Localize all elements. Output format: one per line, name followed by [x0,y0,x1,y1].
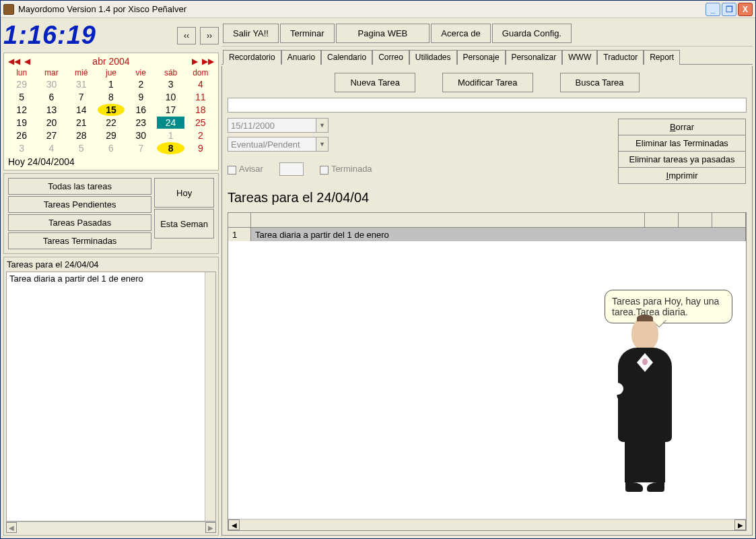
minimize-button[interactable]: _ [706,3,720,16]
btn-esta-semana[interactable]: Esta Seman [154,209,214,239]
cal-day[interactable]: 5 [68,142,95,154]
close-button[interactable]: X [738,3,753,16]
cal-day[interactable]: 11 [187,91,214,103]
cal-day[interactable]: 3 [8,142,35,154]
tab-calendario[interactable]: Calendario [321,50,372,65]
cal-day[interactable]: 7 [127,142,154,154]
cal-day[interactable]: 27 [38,129,65,141]
cal-day[interactable]: 21 [68,117,95,129]
cal-prev-year-icon[interactable]: ◀◀ [8,57,20,66]
cal-day[interactable]: 19 [8,117,35,129]
cal-day[interactable]: 4 [38,142,65,154]
btn-tareas-pendientes[interactable]: Tareas Pendientes [8,196,151,213]
tab-personaje[interactable]: Personaje [457,50,506,65]
task-description-input[interactable] [228,98,747,113]
cal-day[interactable]: 15 [98,104,125,116]
cal-day[interactable]: 12 [8,104,35,116]
cal-next-month-icon[interactable]: ▶ [192,57,198,66]
cal-day[interactable]: 9 [127,91,154,103]
cal-day[interactable]: 10 [157,91,184,103]
tab-recordatorio[interactable]: Recordatorio [223,50,281,65]
cal-day[interactable]: 29 [8,78,35,90]
btn-guarda-config[interactable]: Guarda Config. [492,24,572,43]
nav-prev-button[interactable]: ‹‹ [177,27,196,44]
cal-day[interactable]: 25 [187,117,214,129]
scroll-right-icon[interactable]: ▶ [734,519,746,530]
cal-day[interactable]: 1 [98,78,125,90]
cal-day[interactable]: 26 [8,129,35,141]
avisar-time-input[interactable] [279,162,304,176]
btn-eliminar-pasadas[interactable]: Eliminar tareas ya pasadas [618,152,746,168]
btn-salir[interactable]: Salir YA!! [223,24,279,43]
btn-todas-tareas[interactable]: Todas las tareas [8,178,151,195]
cal-day[interactable]: 8 [98,91,125,103]
cal-day[interactable]: 2 [187,129,214,141]
cal-day[interactable]: 1 [157,129,184,141]
cal-day[interactable]: 16 [127,104,154,116]
horizontal-scrollbar[interactable]: ◀ ▶ [6,521,216,533]
tab-correo[interactable]: Correo [372,50,409,65]
left-task-list-body[interactable]: Tarea diaria a partir del 1 de enero [6,272,216,521]
tabs-bar: RecordatorioAnuarioCalendarioCorreoUtili… [221,48,753,65]
cal-day[interactable]: 6 [98,142,125,154]
btn-pagina-web[interactable]: Pagina WEB [336,24,430,43]
tab-traductor[interactable]: Traductor [597,50,644,65]
checkbox-terminada[interactable]: Terminada [320,164,372,174]
cal-day[interactable]: 31 [68,78,95,90]
scroll-left-icon[interactable]: ◀ [6,522,17,533]
cal-day[interactable]: 18 [187,104,214,116]
vertical-scrollbar[interactable] [205,272,215,521]
cal-day[interactable]: 2 [127,78,154,90]
tab-utilidades[interactable]: Utilidades [409,50,457,65]
cal-day[interactable]: 13 [38,104,65,116]
checkbox-avisar[interactable]: Avisar [228,164,263,174]
cal-day[interactable]: 29 [98,129,125,141]
cal-day[interactable]: 7 [68,91,95,103]
cal-day[interactable]: 20 [38,117,65,129]
cal-day[interactable]: 3 [157,78,184,90]
tab-www[interactable]: WWW [562,50,597,65]
combo-type[interactable]: Eventual/Pendent ▼ [228,137,329,152]
btn-modificar-tarea[interactable]: Modificar Tarea [442,73,533,92]
cal-day[interactable]: 4 [187,78,214,90]
maximize-button[interactable]: ❐ [722,3,736,16]
btn-acerca-de[interactable]: Acerca de [431,24,491,43]
cal-day[interactable]: 17 [157,104,184,116]
btn-eliminar-terminadas[interactable]: Eliminar las Terminadas [618,135,746,152]
butler-character[interactable] [611,317,679,492]
cal-day[interactable]: 24 [157,117,184,129]
cal-day[interactable]: 14 [68,104,95,116]
btn-nueva-tarea[interactable]: Nueva Tarea [335,73,415,92]
combo-date[interactable]: 15/11/2000 ▼ [228,118,329,133]
cal-today-label: Hoy 24/04/2004 [8,156,214,167]
cal-day[interactable]: 30 [127,129,154,141]
tab-personalizar[interactable]: Personalizar [506,50,563,65]
cal-day[interactable]: 8 [157,142,184,154]
cal-day[interactable]: 23 [127,117,154,129]
cal-day[interactable]: 28 [68,129,95,141]
btn-tareas-pasadas[interactable]: Tareas Pasadas [8,214,151,231]
scroll-right-icon[interactable]: ▶ [205,522,216,533]
tab-anuario[interactable]: Anuario [281,50,321,65]
tab-report[interactable]: Report [644,50,680,65]
btn-terminar[interactable]: Terminar [280,24,335,43]
cal-next-year-icon[interactable]: ▶▶ [202,57,214,66]
grid-horizontal-scrollbar[interactable]: ◀ ▶ [228,519,746,530]
btn-tareas-terminadas[interactable]: Tareas Terminadas [8,232,151,249]
btn-imprimir[interactable]: Imprimir [618,168,746,184]
list-item[interactable]: Tarea diaria a partir del 1 de enero [9,274,213,284]
cal-day[interactable]: 22 [98,117,125,129]
cal-prev-month-icon[interactable]: ◀ [24,57,30,66]
cal-day[interactable]: 9 [187,142,214,154]
cal-day[interactable]: 6 [38,91,65,103]
chevron-down-icon[interactable]: ▼ [316,137,328,151]
btn-hoy[interactable]: Hoy [154,178,214,208]
nav-next-button[interactable]: ›› [200,27,219,44]
btn-busca-tarea[interactable]: Busca Tarea [560,73,640,92]
chevron-down-icon[interactable]: ▼ [316,119,328,132]
scroll-left-icon[interactable]: ◀ [228,519,240,530]
btn-borrar[interactable]: Borrar [618,119,746,135]
table-row[interactable]: 1 Tarea diaria a partir del 1 de enero [228,228,746,241]
cal-day[interactable]: 5 [8,91,35,103]
cal-day[interactable]: 30 [38,78,65,90]
